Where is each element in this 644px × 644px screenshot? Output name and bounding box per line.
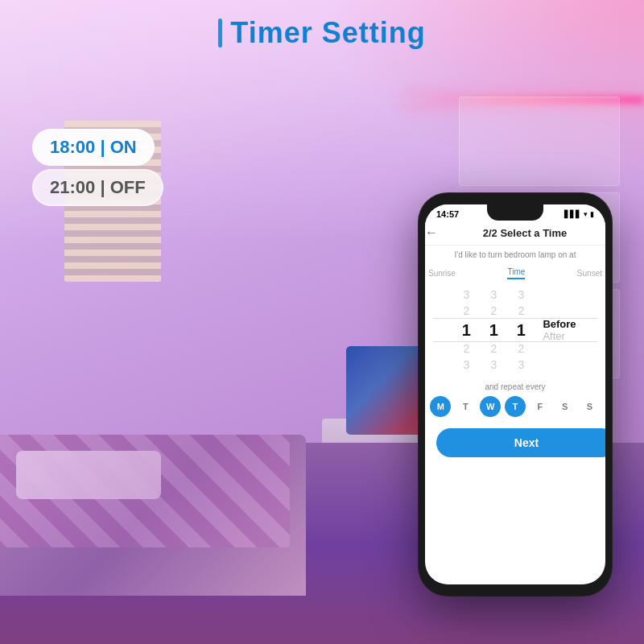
time-picker: 3 2 1 2 3 3 2 1 2 3 3 2 1 2 [425, 284, 605, 376]
phone-screen: 14:57 ▋▋▋ ▾ ▮ ← 2/2 Select a Time I'd li… [425, 204, 605, 584]
picker-num-below-2: 3 [491, 357, 497, 374]
picker-line-bottom [433, 341, 597, 342]
picker-num-mid-3: 1 [517, 319, 526, 341]
day-monday[interactable]: M [430, 396, 451, 417]
next-button[interactable]: Next [436, 428, 605, 457]
picker-num-above-2: 3 [491, 287, 497, 303]
phone-nav: ← 2/2 Select a Time [425, 222, 605, 246]
repeat-text: and repeat every [425, 376, 605, 396]
day-saturday[interactable]: S [555, 396, 576, 417]
nav-title: 2/2 Select a Time [444, 227, 605, 239]
picker-num-below-1: 3 [464, 357, 470, 374]
picker-num-bot-2: 2 [491, 341, 497, 357]
back-button[interactable]: ← [425, 225, 438, 240]
tab-time[interactable]: Time [507, 267, 525, 279]
time-tabs: Sunrise Time Sunset [425, 264, 605, 283]
header-bar-icon [218, 19, 222, 47]
day-thursday[interactable]: T [505, 396, 526, 417]
timer-on-badge: 18:00 | ON [32, 129, 155, 166]
day-wednesday[interactable]: W [480, 396, 501, 417]
page-header: Timer Setting [0, 16, 644, 51]
status-icons: ▋▋▋ ▾ ▮ [564, 210, 594, 218]
status-time: 14:57 [436, 209, 459, 219]
picker-num-above-3: 3 [518, 287, 525, 303]
phone-mockup: 14:57 ▋▋▋ ▾ ▮ ← 2/2 Select a Time I'd li… [419, 193, 612, 596]
day-sunday[interactable]: S [579, 396, 600, 417]
picker-num-above-1: 3 [464, 287, 470, 303]
day-selector: M T W T F S S [425, 396, 605, 425]
picker-num-top-1: 2 [464, 303, 470, 320]
picker-num-mid-2: 1 [489, 319, 498, 341]
bed-pillow [16, 451, 161, 499]
tab-sunrise[interactable]: Sunrise [428, 269, 456, 278]
day-tuesday[interactable]: T [455, 396, 476, 417]
picker-num-top-2: 2 [491, 303, 497, 320]
day-friday[interactable]: F [530, 396, 551, 417]
picker-num-bot-3: 2 [518, 341, 525, 357]
signal-icon: ▋▋▋ [564, 210, 581, 218]
picker-col-2[interactable]: 3 2 1 2 3 [481, 287, 506, 373]
picker-col-1[interactable]: 3 2 1 2 3 [454, 287, 478, 373]
phone-subtitle: I'd like to turn bedroom lamp on at [425, 246, 605, 264]
picker-num-mid-1: 1 [462, 319, 471, 341]
picker-num-below-3: 3 [518, 357, 525, 374]
timer-off-badge: 21:00 | OFF [32, 169, 163, 206]
page-title: Timer Setting [230, 16, 425, 50]
phone-frame: 14:57 ▋▋▋ ▾ ▮ ← 2/2 Select a Time I'd li… [419, 193, 612, 596]
phone-notch [487, 204, 543, 221]
before-label: Before [543, 318, 576, 330]
picker-num-top-3: 2 [518, 303, 525, 320]
picker-col-3[interactable]: 3 2 1 2 3 [509, 287, 533, 373]
after-label: After [543, 330, 564, 342]
picker-line-top [433, 318, 597, 319]
tab-sunset[interactable]: Sunset [577, 269, 602, 278]
battery-icon: ▮ [590, 210, 594, 218]
before-after-labels: Before After [543, 318, 576, 342]
wifi-icon: ▾ [584, 210, 588, 218]
picker-num-bot-1: 2 [464, 341, 470, 357]
